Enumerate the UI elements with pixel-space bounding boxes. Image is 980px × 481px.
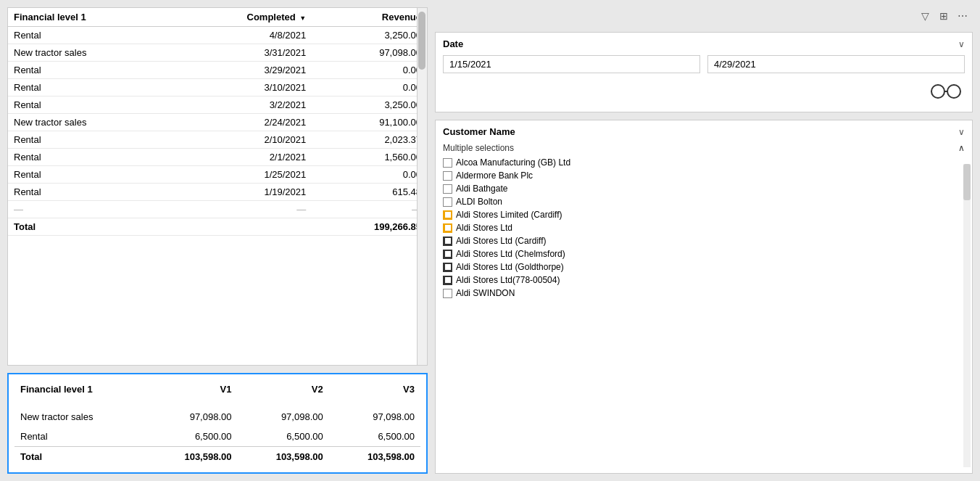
bottom-cell-v3: 6,500.00 bbox=[329, 427, 420, 447]
cell-level: Rental bbox=[8, 184, 173, 201]
bottom-col-v2: V2 bbox=[238, 380, 329, 398]
more-icon[interactable]: ⋯ bbox=[955, 9, 970, 23]
total-completed bbox=[173, 218, 312, 236]
customer-list-item[interactable]: Aldi Stores Ltd (Cardiff) bbox=[443, 234, 965, 247]
date-to-input[interactable] bbox=[707, 55, 965, 73]
col-header-completed[interactable]: Completed ▼ bbox=[173, 8, 312, 27]
customer-checkbox-1[interactable] bbox=[443, 171, 452, 181]
customer-label-2: Aldi Bathgate bbox=[456, 184, 507, 194]
cell-completed: 4/8/2021 bbox=[173, 27, 312, 44]
customer-list-item[interactable]: Aldi Stores Ltd bbox=[443, 221, 965, 234]
customer-list-item[interactable]: Aldi Bathgate bbox=[443, 182, 965, 195]
date-chevron-icon[interactable]: ∨ bbox=[958, 39, 965, 49]
customer-list-item[interactable]: Aldi Stores Limited (Cardiff) bbox=[443, 208, 965, 221]
table-row: Rental 1/25/2021 0.00 bbox=[8, 166, 427, 184]
total-label: Total bbox=[8, 218, 173, 236]
customer-list-item[interactable]: Aldermore Bank Plc bbox=[443, 169, 965, 182]
bottom-cell-level: New tractor sales bbox=[14, 407, 146, 427]
table-scrollbar[interactable] bbox=[417, 8, 427, 365]
customer-label-4: Aldi Stores Limited (Cardiff) bbox=[456, 210, 562, 220]
customer-list-item[interactable]: Aldi Stores Ltd(778-00504) bbox=[443, 274, 965, 287]
cell-completed: 3/10/2021 bbox=[173, 79, 312, 96]
customer-label-5: Aldi Stores Ltd bbox=[456, 223, 512, 233]
toolbar: ▽ ⊞ ⋯ bbox=[435, 7, 973, 25]
multiple-selections-label: Multiple selections bbox=[443, 143, 514, 153]
table-row: Rental 3/10/2021 0.00 bbox=[8, 79, 427, 96]
cell-level: Rental bbox=[8, 131, 173, 149]
total-row: Total 199,266.85 bbox=[8, 218, 427, 236]
cell-completed: 2/1/2021 bbox=[173, 149, 312, 166]
bottom-cell-v2: 6,500.00 bbox=[238, 427, 329, 447]
customer-checkbox-8[interactable] bbox=[443, 263, 452, 272]
bottom-data-table: Financial level 1 V1 V2 V3 bbox=[14, 380, 420, 466]
customer-checkbox-2[interactable] bbox=[443, 184, 452, 194]
bottom-table-row: Rental 6,500.00 6,500.00 6,500.00 bbox=[14, 427, 420, 447]
customer-label-10: Aldi SWINDON bbox=[456, 288, 515, 298]
cell-revenue: 0.00 bbox=[312, 79, 427, 96]
customer-label-6: Aldi Stores Ltd (Cardiff) bbox=[456, 236, 547, 246]
cell-revenue: 1,560.00 bbox=[312, 149, 427, 166]
grid-icon[interactable]: ⊞ bbox=[937, 9, 951, 23]
cell-completed: 3/2/2021 bbox=[173, 96, 312, 114]
cell-level: Rental bbox=[8, 79, 173, 96]
bottom-cell-v3: 97,098.00 bbox=[329, 407, 420, 427]
cell-revenue: 0.00 bbox=[312, 166, 427, 184]
customer-checkbox-4[interactable] bbox=[443, 210, 452, 220]
table-row-partial: — — — bbox=[8, 201, 427, 218]
table-row: Rental 1/19/2021 615.48 bbox=[8, 184, 427, 201]
customer-checkbox-6[interactable] bbox=[443, 237, 452, 246]
customer-checkbox-0[interactable] bbox=[443, 158, 452, 168]
customer-scrollbar[interactable] bbox=[963, 164, 971, 467]
cell-revenue: 0.00 bbox=[312, 62, 427, 79]
cell-revenue: 91,100.00 bbox=[312, 114, 427, 131]
customer-label-0: Alcoa Manufacturing (GB) Ltd bbox=[456, 157, 570, 168]
top-table-panel: Financial level 1 Completed ▼ Revenue bbox=[7, 7, 428, 366]
total-revenue: 199,266.85 bbox=[312, 218, 427, 236]
cell-completed: 2/10/2021 bbox=[173, 131, 312, 149]
date-from-input[interactable] bbox=[443, 55, 700, 73]
customer-checkbox-9[interactable] bbox=[443, 276, 452, 285]
bottom-total-v1: 103,598.00 bbox=[146, 447, 237, 467]
bottom-cell-v2: 97,098.00 bbox=[238, 407, 329, 427]
bottom-cell-v1: 6,500.00 bbox=[146, 427, 237, 447]
customer-list-item[interactable]: ALDI Bolton bbox=[443, 195, 965, 208]
customer-checkbox-7[interactable] bbox=[443, 250, 452, 259]
cell-completed: 3/29/2021 bbox=[173, 62, 312, 79]
customer-checkbox-3[interactable] bbox=[443, 197, 452, 207]
filter-icon[interactable]: ▽ bbox=[918, 9, 932, 23]
customer-label-7: Aldi Stores Ltd (Chelmsford) bbox=[456, 249, 565, 259]
cell-completed: 1/19/2021 bbox=[173, 184, 312, 201]
col-header-financial-level: Financial level 1 bbox=[8, 8, 173, 27]
bottom-col-v3: V3 bbox=[329, 380, 420, 398]
customer-filter-title: Customer Name bbox=[443, 126, 515, 137]
date-slider-area bbox=[443, 81, 965, 102]
customer-checkbox-5[interactable] bbox=[443, 223, 452, 233]
customer-label-9: Aldi Stores Ltd(778-00504) bbox=[456, 275, 560, 285]
table-row: Rental 2/1/2021 1,560.00 bbox=[8, 149, 427, 166]
cell-level: Rental bbox=[8, 149, 173, 166]
customer-list-item[interactable]: Alcoa Manufacturing (GB) Ltd bbox=[443, 156, 965, 169]
bottom-cell-level: Rental bbox=[14, 427, 146, 447]
bottom-col-v1: V1 bbox=[146, 380, 237, 398]
sort-icon: ▼ bbox=[299, 15, 306, 22]
col-header-revenue: Revenue bbox=[312, 8, 427, 27]
svg-point-0 bbox=[931, 85, 944, 98]
scrollbar-thumb[interactable] bbox=[418, 12, 425, 70]
cell-level: Rental bbox=[8, 96, 173, 114]
customer-filter-header: Customer Name ∨ bbox=[443, 126, 965, 137]
bottom-total-v3: 103,598.00 bbox=[329, 447, 420, 467]
cell-level: New tractor sales bbox=[8, 44, 173, 62]
date-inputs-row bbox=[443, 55, 965, 73]
cell-revenue: 3,250.00 bbox=[312, 27, 427, 44]
customer-checkbox-10[interactable] bbox=[443, 289, 452, 298]
left-panel: Financial level 1 Completed ▼ Revenue bbox=[7, 7, 428, 474]
customer-chevron-icon[interactable]: ∨ bbox=[958, 127, 965, 137]
table-row: Rental 3/2/2021 3,250.00 bbox=[8, 96, 427, 114]
customer-filter-card: Customer Name ∨ Multiple selections ∧ Al… bbox=[435, 120, 973, 474]
table-row: New tractor sales 3/31/2021 97,098.00 bbox=[8, 44, 427, 62]
customer-list-item[interactable]: Aldi Stores Ltd (Chelmsford) bbox=[443, 247, 965, 260]
customer-list-item[interactable]: Aldi SWINDON bbox=[443, 287, 965, 300]
collapse-icon[interactable]: ∧ bbox=[958, 143, 965, 153]
customer-scrollbar-thumb[interactable] bbox=[963, 164, 971, 200]
customer-list-item[interactable]: Aldi Stores Ltd (Goldthorpe) bbox=[443, 260, 965, 274]
